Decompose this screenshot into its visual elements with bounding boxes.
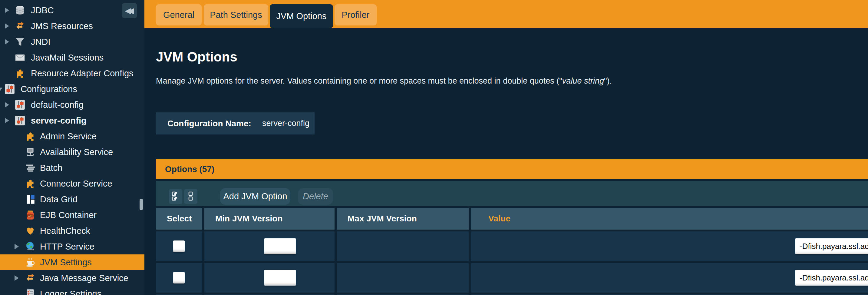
select-cell xyxy=(156,263,202,293)
configuration-name-box: Configuration Name: server-config xyxy=(156,112,315,135)
row-select-checkbox[interactable] xyxy=(173,240,185,252)
database-icon xyxy=(14,5,25,16)
sidebar-item-http-service[interactable]: HTTP Service xyxy=(0,239,145,255)
add-jvm-option-button[interactable]: Add JVM Option xyxy=(220,188,290,205)
checklist-icon xyxy=(25,288,36,295)
sidebar-item-connector-service[interactable]: Connector Service xyxy=(0,176,145,191)
tab-path-settings[interactable]: Path Settings xyxy=(204,4,268,25)
jvm-option-value-input[interactable] xyxy=(795,238,868,254)
expand-arrow-icon[interactable] xyxy=(5,23,9,29)
sidebar-item-label: JNDI xyxy=(31,37,50,47)
jvm-option-value-input[interactable] xyxy=(795,270,868,286)
message-arrows-icon xyxy=(25,273,36,284)
page-title: JVM Options xyxy=(156,49,237,64)
column-header-max-jvm-version: Max JVM Version xyxy=(337,208,469,230)
sidebar-item-label: Connector Service xyxy=(40,179,112,189)
page-description: Manage JVM options for the server. Value… xyxy=(156,76,612,86)
min-jvm-version-input[interactable] xyxy=(264,270,296,286)
options-panel-header: Options (57) xyxy=(156,159,868,179)
options-toolbar: Add JVM Option Delete xyxy=(156,181,868,206)
sidebar-item-logger-settings[interactable]: Logger Settings xyxy=(0,286,145,295)
table-header-row: Select Min JVM Version Max JVM Version V… xyxy=(156,208,868,230)
sidebar-item-batch[interactable]: Batch xyxy=(0,160,145,176)
sidebar-item-java-message-service[interactable]: Java Message Service xyxy=(0,270,145,286)
sidebar-item-jvm-settings[interactable]: JVM Settings xyxy=(0,255,145,270)
sliders-icon xyxy=(4,84,15,94)
select-cell xyxy=(156,231,202,261)
tab-profiler[interactable]: Profiler xyxy=(335,4,377,25)
select-all-button[interactable] xyxy=(169,189,182,204)
deselect-all-button[interactable] xyxy=(184,189,197,204)
tab-general[interactable]: General xyxy=(156,4,202,25)
sidebar-item-label: Java Message Service xyxy=(40,273,128,283)
collapse-arrow-icon[interactable] xyxy=(0,88,2,91)
sidebar-item-label: Data Grid xyxy=(40,195,78,204)
globe-icon xyxy=(25,241,36,252)
sidebar-item-healthcheck[interactable]: HealthCheck xyxy=(0,223,145,239)
options-count-label: Options (57) xyxy=(165,165,214,174)
column-header-value: Value xyxy=(471,208,868,230)
sidebar-collapse-button[interactable]: ◀◀ xyxy=(122,3,137,18)
select-all-icon xyxy=(172,191,180,202)
coffee-cup-icon xyxy=(25,257,36,268)
max-jvm-version-cell xyxy=(337,263,469,293)
heart-icon xyxy=(25,225,36,236)
min-jvm-version-input[interactable] xyxy=(264,238,296,254)
sidebar-item-label: Availability Service xyxy=(40,147,113,157)
message-arrows-icon xyxy=(14,21,25,31)
sidebar-item-configurations[interactable]: Configurations xyxy=(0,81,145,97)
expand-arrow-icon[interactable] xyxy=(5,39,9,45)
delete-button[interactable]: Delete xyxy=(298,188,333,205)
funnel-icon xyxy=(14,36,25,47)
max-jvm-version-cell xyxy=(337,231,469,261)
puzzle-icon xyxy=(14,68,25,79)
tab-jvm-options[interactable]: JVM Options xyxy=(270,4,333,28)
sidebar-item-label: Configurations xyxy=(21,84,77,94)
sidebar-item-resource-adapter-configs[interactable]: Resource Adapter Configs xyxy=(0,65,145,81)
sidebar-item-jms-resources[interactable]: JMS Resources xyxy=(0,18,145,34)
sidebar-item-label: JMS Resources xyxy=(31,21,93,31)
expand-arrow-icon[interactable] xyxy=(5,7,9,13)
sidebar-item-label: Batch xyxy=(40,163,62,173)
expand-arrow-icon[interactable] xyxy=(14,275,19,281)
sidebar-item-label: JDBC xyxy=(31,5,54,16)
column-header-select: Select xyxy=(156,208,202,230)
data-grid-icon xyxy=(25,194,36,205)
row-select-checkbox[interactable] xyxy=(173,272,185,284)
sidebar-item-admin-service[interactable]: Admin Service xyxy=(0,128,145,144)
sidebar-item-ejb-container[interactable]: JAR EJB Container xyxy=(0,207,145,223)
sidebar-item-label: Logger Settings xyxy=(40,289,101,295)
puzzle-icon xyxy=(25,131,36,142)
table-row xyxy=(156,231,868,261)
sidebar-item-label: HTTP Service xyxy=(40,242,94,252)
tab-bar: General Path Settings JVM Options Profil… xyxy=(145,0,868,28)
envelope-icon xyxy=(14,52,25,63)
sidebar-item-javamail-sessions[interactable]: JavaMail Sessions xyxy=(0,50,145,65)
configuration-name-value: server-config xyxy=(262,119,309,128)
sidebar-item-jndi[interactable]: JNDI xyxy=(0,34,145,50)
sidebar-item-label: Resource Adapter Configs xyxy=(31,68,133,79)
sidebar-item-server-config[interactable]: server-config xyxy=(0,113,145,128)
configuration-name-label: Configuration Name: xyxy=(167,119,251,128)
sidebar-item-data-grid[interactable]: Data Grid xyxy=(0,191,145,207)
puzzle-icon xyxy=(25,178,36,189)
expand-arrow-icon[interactable] xyxy=(5,102,9,108)
expand-arrow-icon[interactable] xyxy=(14,244,19,249)
sliders-icon xyxy=(14,99,25,110)
table-row xyxy=(156,263,868,293)
min-jvm-version-cell xyxy=(204,231,335,261)
admin-console: JDBC JMS Resources JNDI JavaM xyxy=(0,0,868,295)
sidebar-item-default-config[interactable]: default-config xyxy=(0,97,145,113)
sidebar-scrollbar-thumb[interactable] xyxy=(140,199,143,210)
sliders-icon xyxy=(14,115,25,126)
description-text-end: "). xyxy=(604,76,612,85)
column-header-min-jvm-version: Min JVM Version xyxy=(204,208,335,230)
value-cell xyxy=(471,231,868,261)
expand-arrow-icon[interactable] xyxy=(5,118,9,123)
batch-lines-icon xyxy=(25,163,36,173)
description-italic-text: value string xyxy=(562,76,604,85)
sidebar-item-label: Admin Service xyxy=(40,131,97,142)
sidebar-item-label: EJB Container xyxy=(40,210,97,220)
sidebar-tree: JDBC JMS Resources JNDI JavaM xyxy=(0,0,145,295)
sidebar-item-availability-service[interactable]: Availability Service xyxy=(0,144,145,160)
